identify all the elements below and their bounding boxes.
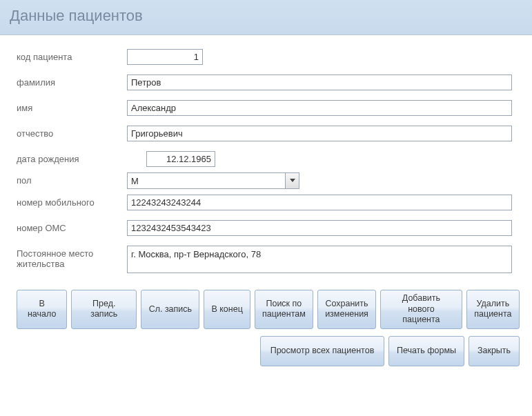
lastname-input[interactable]	[127, 75, 512, 90]
prev-record-button[interactable]: Пред. запись	[71, 290, 137, 329]
label-mobile: номер мобильного	[17, 195, 127, 208]
page-title: Данные пациентов	[10, 7, 522, 25]
close-button[interactable]: Закрыть	[469, 336, 520, 366]
search-patients-button[interactable]: Поиск по пациентам	[255, 290, 313, 329]
chevron-down-icon[interactable]	[285, 173, 299, 188]
view-all-patients-button[interactable]: Просмотр всех пациентов	[260, 336, 384, 366]
form-body: код пациента фамилия имя отчество дата р…	[0, 35, 532, 290]
print-form-button[interactable]: Печать формы	[388, 336, 464, 366]
delete-patient-button[interactable]: Удалить пациента	[466, 290, 520, 329]
add-patient-button[interactable]: Добавить нового пациента	[380, 290, 462, 329]
label-patient-code: код пациента	[17, 49, 127, 62]
firstname-input[interactable]	[127, 100, 512, 116]
label-oms: номер ОМС	[17, 220, 127, 233]
gender-select[interactable]: М	[127, 172, 299, 189]
label-gender: пол	[17, 172, 127, 186]
last-record-button[interactable]: В конец	[204, 290, 250, 329]
label-patronymic: отчество	[17, 126, 127, 139]
patronymic-input[interactable]	[127, 126, 512, 141]
address-input[interactable]: г. Москва, пр-т Вернадского, 78	[127, 246, 512, 273]
form-header: Данные пациентов	[0, 0, 532, 35]
button-bar: В начало Пред. запись Сл. запись В конец…	[0, 290, 532, 366]
first-record-button[interactable]: В начало	[17, 290, 67, 329]
label-lastname: фамилия	[17, 75, 127, 88]
next-record-button[interactable]: Сл. запись	[141, 290, 199, 329]
label-firstname: имя	[17, 100, 127, 113]
label-dob: дата рождения	[17, 151, 127, 164]
patient-code-input[interactable]	[127, 49, 203, 65]
mobile-input[interactable]	[127, 195, 512, 210]
label-address: Постоянное место жительства	[17, 246, 127, 269]
gender-select-value: М	[128, 174, 285, 188]
oms-input[interactable]	[127, 220, 512, 236]
dob-input[interactable]	[146, 151, 215, 167]
save-changes-button[interactable]: Сохранить изменения	[317, 290, 376, 329]
